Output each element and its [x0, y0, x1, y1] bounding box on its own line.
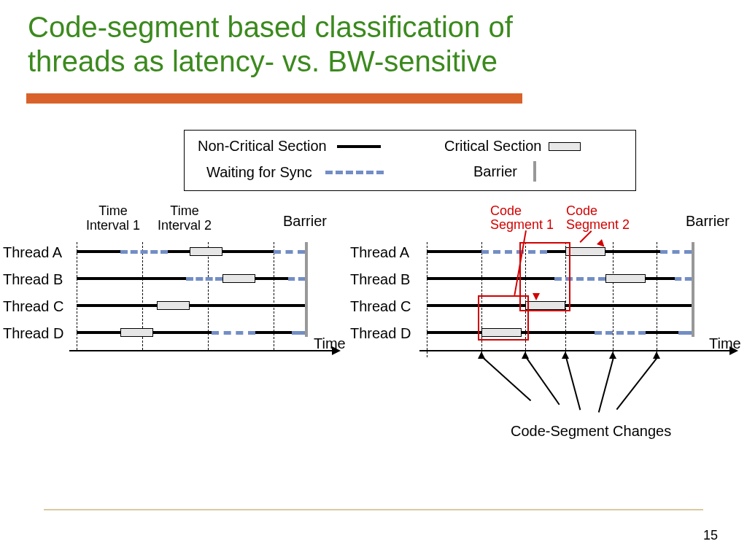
seg — [292, 331, 305, 335]
diagram-area: Time Interval 1 Time Interval 2 Barrier … — [0, 204, 747, 401]
code-segment-2-highlight — [519, 242, 570, 311]
seg — [565, 247, 605, 256]
right-thread-c-label: Thread C — [350, 298, 411, 315]
left-thread-b-label: Thread B — [3, 271, 63, 288]
seg — [190, 247, 222, 256]
right-barrier-label: Barrier — [686, 213, 729, 230]
seg — [157, 301, 190, 310]
right-time-axis — [419, 350, 729, 351]
seg — [77, 304, 157, 307]
page-number: 15 — [703, 528, 718, 543]
left-barrier-bar — [305, 242, 308, 337]
seg — [190, 304, 305, 307]
conv-head — [562, 351, 569, 359]
right-tick-5 — [613, 242, 614, 357]
left-barrier-label: Barrier — [283, 213, 327, 230]
seg — [427, 331, 481, 334]
seg — [120, 250, 168, 254]
conv-head — [478, 351, 485, 359]
seg — [565, 304, 692, 307]
legend-waiting-label: Waiting for Sync — [206, 164, 312, 181]
legend-critical-label: Critical Section — [444, 138, 541, 155]
time-interval-1-label: Time Interval 1 — [86, 204, 140, 233]
seg — [186, 277, 222, 281]
legend-critical-sample — [549, 142, 581, 151]
seg — [120, 328, 153, 337]
right-tick-6 — [657, 242, 657, 357]
conv-head — [609, 351, 616, 359]
seg — [646, 277, 675, 280]
time-interval-2-label: Time Interval 2 — [158, 204, 212, 233]
left-time-axis-label: Time — [314, 335, 346, 352]
code-segment-changes-label: Code-Segment Changes — [511, 423, 671, 440]
conv-3 — [565, 357, 581, 410]
seg — [605, 250, 660, 253]
seg — [222, 250, 274, 253]
right-tick-1 — [427, 242, 427, 357]
legend-waiting-sample — [325, 171, 384, 174]
seg — [222, 274, 255, 283]
seg — [255, 331, 292, 334]
conv-2 — [525, 357, 560, 405]
seg — [288, 277, 305, 281]
legend-barrier-label: Barrier — [473, 163, 517, 180]
seg — [274, 250, 305, 254]
seg — [212, 331, 255, 335]
seg — [77, 250, 120, 253]
right-barrier-bar — [692, 242, 694, 337]
seg — [646, 331, 678, 334]
seg — [660, 250, 692, 254]
conv-5 — [616, 357, 658, 410]
conv-head — [653, 351, 660, 359]
seg — [605, 274, 646, 283]
slide-title: Code-segment based classification of thr… — [0, 0, 747, 79]
left-thread-d-label: Thread D — [3, 325, 63, 342]
conv-4 — [598, 357, 614, 413]
red-arrow-2 — [579, 230, 592, 243]
red-arrow-1-head — [533, 293, 540, 300]
code-segment-1-label: Code Segment 1 — [490, 204, 554, 232]
left-thread-c-label: Thread C — [3, 298, 63, 315]
footer-rule — [44, 509, 703, 510]
left-time-axis — [69, 350, 332, 351]
title-line-2: threads as latency- vs. BW-sensitive — [28, 45, 498, 77]
conv-head — [522, 351, 529, 359]
right-thread-b-label: Thread B — [350, 271, 410, 288]
seg — [675, 277, 692, 281]
legend-noncritical-label: Non-Critical Section — [198, 138, 327, 155]
title-underline — [26, 93, 522, 104]
seg — [168, 250, 190, 253]
seg — [255, 277, 288, 280]
legend-noncritical-sample — [337, 145, 381, 148]
left-thread-a-label: Thread A — [3, 244, 62, 261]
conv-1 — [481, 357, 531, 402]
right-time-axis-label: Time — [709, 335, 741, 352]
code-segment-2-label: Code Segment 2 — [566, 204, 630, 232]
seg — [522, 331, 595, 334]
seg — [427, 250, 481, 253]
right-thread-d-label: Thread D — [350, 325, 411, 342]
seg — [153, 331, 212, 334]
title-line-1: Code-segment based classification of — [28, 11, 513, 43]
legend-barrier-sample — [533, 161, 536, 182]
legend-box: Non-Critical Section Critical Section Wa… — [184, 130, 636, 191]
seg — [77, 277, 186, 280]
seg — [595, 331, 646, 335]
right-thread-a-label: Thread A — [350, 244, 409, 261]
seg — [77, 331, 120, 334]
seg — [678, 331, 692, 335]
